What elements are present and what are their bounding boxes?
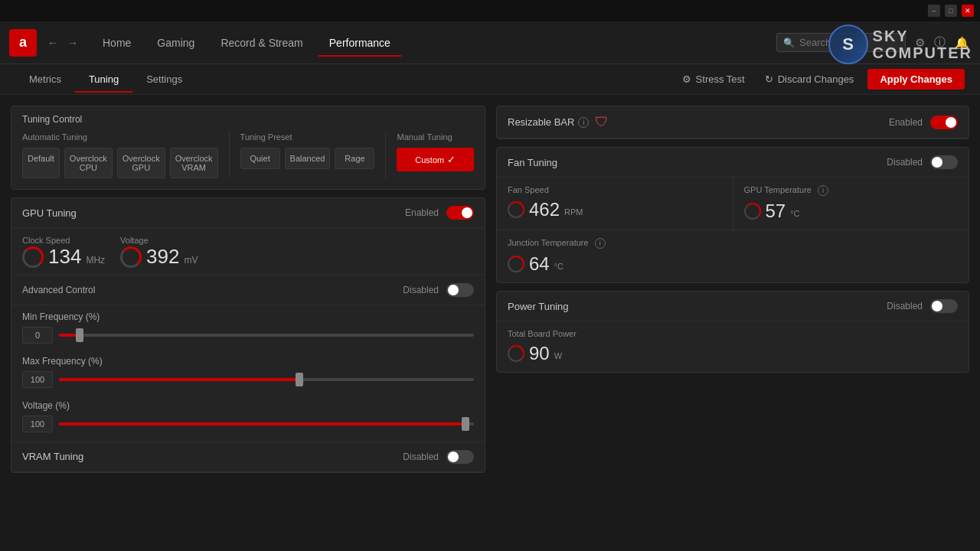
- apply-button[interactable]: Apply Changes: [867, 69, 965, 90]
- nav-performance[interactable]: Performance: [318, 31, 401, 55]
- fan-tuning-toggle[interactable]: [930, 155, 958, 169]
- fan-speed-gauge: [508, 201, 524, 218]
- voltage-pct-thumb[interactable]: [462, 417, 469, 431]
- main-content: Tuning Control Automatic Tuning Default …: [0, 95, 980, 519]
- max-freq-row: Max Frequency (%) 100: [11, 350, 485, 394]
- junction-temp-row: 64 °C: [508, 253, 958, 275]
- voltage-pct-label: Voltage (%): [22, 400, 474, 411]
- advanced-control-status: Disabled: [403, 285, 439, 295]
- junction-temp-value: 64: [529, 253, 550, 275]
- fan-tuning-header: Fan Tuning Disabled: [497, 148, 969, 178]
- gpu-temp-info-icon[interactable]: i: [818, 185, 828, 196]
- gpu-temp-gauge: [744, 203, 761, 220]
- tab-metrics[interactable]: Metrics: [15, 66, 75, 93]
- tuning-btn-overclock-cpu[interactable]: Overclock CPU: [64, 148, 113, 178]
- close-button[interactable]: ✕: [962, 5, 974, 17]
- left-panel: Tuning Control Automatic Tuning Default …: [11, 106, 485, 508]
- fan-speed-row: 462 RPM: [508, 199, 722, 220]
- voltage-pct-slider[interactable]: [59, 422, 474, 425]
- gpu-tuning-box: GPU Tuning Enabled Clock Speed 134 MHz V…: [11, 197, 485, 473]
- tuning-btn-default[interactable]: Default: [22, 148, 60, 178]
- resizable-bar-toggle[interactable]: [930, 116, 958, 129]
- max-freq-fill: [59, 378, 299, 381]
- voltage-pct-track: 100: [22, 416, 474, 432]
- total-board-label: Total Board Power: [508, 329, 958, 338]
- total-board-row: 90 W: [508, 343, 958, 364]
- manual-tuning-label: Manual Tuning: [397, 132, 474, 142]
- back-arrow[interactable]: ←: [44, 35, 61, 51]
- tab-settings[interactable]: Settings: [132, 66, 196, 93]
- max-freq-track: 100: [22, 371, 474, 388]
- power-tuning-toggle[interactable]: [930, 299, 958, 313]
- stress-test-button[interactable]: ⚙ Stress Test: [676, 70, 751, 89]
- advanced-control-toggle[interactable]: [446, 283, 474, 297]
- clock-speed-value: 134: [48, 245, 81, 269]
- tuning-btn-overclock-vram[interactable]: Overclock VRAM: [170, 148, 218, 178]
- preset-btn-quiet[interactable]: Quiet: [240, 148, 280, 169]
- discard-icon: ↻: [765, 73, 773, 85]
- tuning-control-box: Tuning Control Automatic Tuning Default …: [11, 106, 485, 190]
- nav-record-stream[interactable]: Record & Stream: [210, 31, 313, 55]
- max-freq-label: Max Frequency (%): [22, 356, 474, 367]
- nav-gaming[interactable]: Gaming: [146, 31, 205, 55]
- gpu-tuning-toggle[interactable]: [446, 206, 474, 220]
- junction-temp-label: Junction Temperature i: [508, 238, 958, 249]
- vram-tuning-status: Disabled: [403, 452, 439, 462]
- minimize-button[interactable]: –: [928, 5, 940, 17]
- amd-logo: a: [9, 29, 37, 57]
- fan-tuning-title: Fan Tuning: [508, 157, 557, 168]
- vram-tuning-row: VRAM Tuning Disabled: [11, 442, 485, 472]
- clock-speed-gauge: 134 MHz: [22, 245, 105, 269]
- voltage-pct-row: Voltage (%) 100: [11, 394, 485, 439]
- gpu-tuning-title: GPU Tuning: [22, 207, 77, 219]
- total-board-unit: W: [554, 351, 562, 360]
- discard-button[interactable]: ↻ Discard Changes: [759, 70, 861, 89]
- fan-speed-value: 462: [529, 199, 560, 220]
- min-freq-row: Min Frequency (%) 0: [11, 305, 485, 350]
- manual-buttons: Custom ✓: [397, 148, 474, 171]
- fan-speed-unit: RPM: [564, 207, 583, 217]
- max-freq-thumb[interactable]: [296, 373, 303, 386]
- watermark: S SKY COMPUTER: [828, 24, 972, 64]
- resizable-bar-title: Resizable BAR: [508, 116, 574, 128]
- preset-buttons: Quiet Balanced Rage: [240, 148, 375, 169]
- forward-arrow[interactable]: →: [64, 35, 81, 51]
- gpu-tuning-header: GPU Tuning Enabled: [11, 198, 485, 228]
- total-board-gauge: [508, 345, 524, 362]
- power-tuning-box: Power Tuning Disabled Total Board Power …: [496, 291, 969, 373]
- tuning-btn-overclock-gpu[interactable]: Overclock GPU: [117, 148, 165, 178]
- min-freq-slider[interactable]: [59, 334, 474, 337]
- fan-tuning-status: Disabled: [887, 157, 923, 168]
- auto-tuning-buttons: Default Overclock CPU Overclock GPU Over…: [22, 148, 218, 178]
- clock-speed-circle: [22, 246, 44, 268]
- vram-tuning-toggle[interactable]: [446, 450, 474, 464]
- stress-test-icon: ⚙: [682, 73, 691, 85]
- max-freq-slider[interactable]: [59, 378, 474, 381]
- voltage-unit: mV: [184, 255, 198, 266]
- junction-temp-info-icon[interactable]: i: [595, 238, 606, 249]
- maximize-button[interactable]: □: [945, 5, 957, 17]
- gpu-temp-unit: °C: [790, 209, 799, 218]
- tuning-control-title: Tuning Control: [11, 106, 485, 132]
- gpu-tuning-status: Enabled: [405, 207, 439, 218]
- tab-tuning[interactable]: Tuning: [75, 66, 132, 93]
- fan-speed-section: Fan Speed 462 RPM: [497, 178, 733, 230]
- min-freq-label: Min Frequency (%): [22, 311, 474, 322]
- gpu-temp-section: GPU Temperature i 57 °C: [733, 178, 969, 230]
- nav-home[interactable]: Home: [92, 31, 142, 55]
- right-panel: Resizable BAR i 🛡 Enabled Fan Tuning Dis…: [496, 106, 969, 508]
- custom-btn[interactable]: Custom ✓: [397, 148, 474, 171]
- total-board-value: 90: [529, 343, 550, 364]
- min-freq-thumb[interactable]: [76, 328, 83, 342]
- power-tuning-header: Power Tuning Disabled: [497, 292, 969, 321]
- preset-btn-balanced[interactable]: Balanced: [285, 148, 331, 169]
- clock-speed-unit: MHz: [86, 255, 105, 266]
- sub-navbar: Metrics Tuning Settings ⚙ Stress Test ↻ …: [0, 64, 980, 95]
- preset-btn-rage[interactable]: Rage: [335, 148, 374, 169]
- resizable-bar-info-icon[interactable]: i: [578, 117, 589, 128]
- title-bar: – □ ✕: [0, 0, 980, 21]
- max-freq-value: 100: [22, 371, 53, 388]
- clock-speed-section: Clock Speed 134 MHz: [22, 236, 105, 270]
- voltage-section: Voltage 392 mV: [120, 236, 198, 270]
- voltage-value: 392: [146, 245, 179, 269]
